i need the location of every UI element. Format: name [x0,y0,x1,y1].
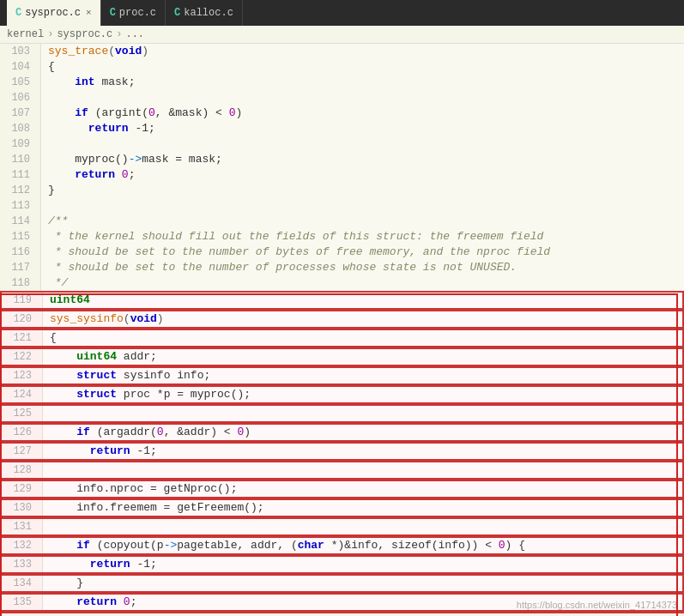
code-line-content: if (argint(0, &mask) < 0) [41,106,684,121]
breadcrumb-sep2: › [116,28,122,40]
code-row: 105 int mask; [0,75,684,90]
code-row: 129 info.nproc = getNproc(); [0,480,684,498]
code-row: 134 } [0,574,684,593]
code-row: 128 [0,461,684,480]
breadcrumb-dots: ... [125,28,144,40]
code-line-content: sys_sysinfo(void) [43,311,682,327]
code-line-content: /** [41,214,684,229]
tab-lang-icon: C [15,7,21,19]
code-line-content: } [43,576,682,591]
code-row: 113 [0,198,684,214]
watermark: https://blog.csdn.net/weixin_41714373 [517,600,677,610]
tab-proc[interactable]: C proc.c [101,0,166,26]
code-row: 111 return 0; [0,167,684,183]
line-number: 135 [2,595,43,610]
code-row: 133 return -1; [0,555,684,574]
tab-sysproc[interactable]: C sysproc.c × [7,0,101,26]
code-row: 118 */ [0,275,684,291]
line-number: 113 [0,198,41,214]
code-line-content: int mask; [41,75,684,90]
code-line-content [41,90,684,106]
code-line-content: { [43,330,682,346]
code-row: 108 return -1; [0,121,684,136]
tab-label: proc.c [119,7,156,19]
code-line-content: uint64 addr; [43,349,682,365]
line-number: 129 [2,481,43,497]
code-row: 123 struct sysinfo info; [0,366,684,385]
line-number: 117 [0,260,41,275]
breadcrumb-kernel[interactable]: kernel [7,28,44,40]
code-row: 109 [0,136,684,152]
code-line-content: sys_trace(void) [41,44,684,59]
line-number: 112 [0,183,41,198]
line-number: 132 [2,538,43,553]
code-line-content: */ [41,275,684,291]
code-row: 125 [0,404,684,423]
code-line-content: { [41,59,684,75]
line-number: 125 [2,406,43,421]
tab-lang-icon: C [110,7,116,19]
code-line-content: if (argaddr(0, &addr) < 0) [43,425,682,440]
code-line-content [41,198,684,214]
line-number: 122 [2,349,43,365]
code-line-content: return -1; [43,444,682,459]
line-number: 120 [2,311,43,327]
line-number: 106 [0,90,41,106]
tab-label: sysproc.c [25,7,81,19]
code-line-content [43,406,682,421]
code-row: 110 myproc()->mask = mask; [0,152,684,167]
line-number: 127 [2,444,43,459]
code-line-content: * the kernel should fill out the fields … [41,229,684,245]
code-line-content: * should be set to the number of bytes o… [41,245,684,260]
code-line-content: struct sysinfo info; [43,368,682,383]
code-line-content: info.nproc = getNproc(); [43,481,682,497]
code-line-content [43,519,682,534]
line-number: 108 [0,121,41,136]
code-line-content: info.freemem = getFreemem(); [43,500,682,516]
code-row: 114/** [0,214,684,229]
code-row: 119uint64 [0,291,684,310]
line-number: 133 [2,557,43,572]
code-row: 103sys_trace(void) [0,44,684,59]
code-row: 115 * the kernel should fill out the fie… [0,229,684,245]
title-bar: C sysproc.c × C proc.c C kalloc.c [0,0,684,26]
code-row: 120sys_sysinfo(void) [0,310,684,329]
code-line-content: struct proc *p = myproc(); [43,387,682,402]
code-line-content: return 0; [41,167,684,183]
code-row: 122 uint64 addr; [0,347,684,366]
code-line-content: * should be set to the number of process… [41,260,684,275]
code-editor: 103sys_trace(void)104{105 int mask;106 1… [0,44,684,613]
code-line-content: uint64 [43,293,682,308]
line-number: 119 [2,293,43,308]
code-line-content: return -1; [43,557,682,572]
tab-kalloc[interactable]: C kalloc.c [166,0,243,26]
line-number: 111 [0,167,41,183]
code-row: 131 [0,517,684,536]
code-line-content: if (copyout(p->pagetable, addr, (char *)… [43,538,682,553]
line-number: 126 [2,425,43,440]
line-number: 134 [2,576,43,591]
tab-lang-icon: C [174,7,180,19]
line-number: 103 [0,44,41,59]
line-number: 130 [2,500,43,516]
line-number: 104 [0,59,41,75]
breadcrumb: kernel › sysproc.c › ... [0,26,684,44]
line-number: 109 [0,136,41,152]
line-number: 123 [2,368,43,383]
line-number: 131 [2,519,43,534]
code-row: 106 [0,90,684,106]
tab-label: kalloc.c [184,7,233,19]
breadcrumb-sep1: › [47,28,53,40]
close-tab-icon[interactable]: × [86,8,92,18]
code-line-content: return -1; [41,121,684,136]
line-number: 107 [0,106,41,121]
line-number: 105 [0,75,41,90]
line-number: 128 [2,462,43,478]
code-row: 107 if (argint(0, &mask) < 0) [0,106,684,121]
code-row: 136} [0,612,684,613]
code-row: 104{ [0,59,684,75]
code-row: 124 struct proc *p = myproc(); [0,385,684,404]
breadcrumb-sysproc[interactable]: sysproc.c [57,28,112,40]
line-number: 124 [2,387,43,402]
code-row: 126 if (argaddr(0, &addr) < 0) [0,423,684,442]
